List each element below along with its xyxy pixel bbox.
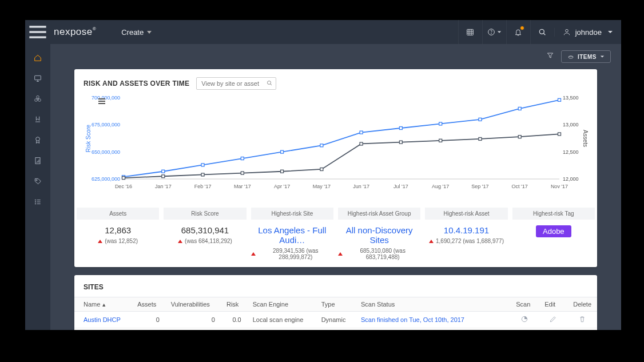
top-bar: nexpose® Create johndoe <box>25 20 621 44</box>
items-dropdown[interactable]: ITEMS <box>561 50 611 63</box>
help-icon[interactable] <box>482 20 506 44</box>
svg-rect-64 <box>281 150 284 153</box>
svg-rect-68 <box>439 122 442 125</box>
svg-point-20 <box>36 137 40 141</box>
stat-group-label: Highest-risk Asset Group <box>338 208 420 220</box>
svg-text:625,000,000: 625,000,000 <box>92 176 120 182</box>
risk-assets-chart: 625,000,000650,000,000675,000,000700,000… <box>84 94 588 192</box>
svg-rect-82 <box>518 136 521 138</box>
svg-point-10 <box>540 29 544 34</box>
col-assets[interactable]: Assets <box>132 297 165 312</box>
chart-filter-input[interactable] <box>196 77 276 90</box>
cell-risk: 0.0 <box>221 312 247 328</box>
notification-icon[interactable] <box>506 20 530 44</box>
sites-table: Name▲ Assets Vulnerabilities Risk Scan E… <box>74 297 597 330</box>
up-icon <box>98 240 102 243</box>
col-name[interactable]: Name▲ <box>74 297 132 312</box>
col-engine[interactable]: Scan Engine <box>247 297 316 312</box>
svg-text:Assets: Assets <box>582 130 588 147</box>
up-icon <box>178 240 182 243</box>
sidebar-list-icon[interactable] <box>25 192 50 212</box>
stat-asset-link[interactable]: 10.4.19.191 <box>425 225 507 235</box>
stat-group-link[interactable]: All non-Discovery Sites <box>338 225 420 245</box>
col-risk[interactable]: Risk <box>221 297 247 312</box>
svg-text:650,000,000: 650,000,000 <box>92 149 120 155</box>
svg-text:Dec '16: Dec '16 <box>115 184 132 189</box>
sidebar-tag-icon[interactable] <box>25 171 50 192</box>
up-icon <box>251 252 256 256</box>
stats-row: Assets 12,863 (was 12,852) Risk Score 68… <box>74 203 597 267</box>
sidebar-home-icon[interactable] <box>25 47 50 68</box>
sidebar-report-icon[interactable] <box>25 150 50 171</box>
svg-rect-65 <box>320 144 323 147</box>
svg-point-9 <box>491 33 492 34</box>
svg-rect-76 <box>281 170 284 173</box>
create-button[interactable]: Create <box>111 20 162 44</box>
risk-card-title: RISK AND ASSETS OVER TIME <box>84 79 189 87</box>
svg-point-32 <box>268 81 271 85</box>
svg-rect-83 <box>558 133 561 136</box>
svg-text:Risk Score: Risk Score <box>85 124 92 152</box>
svg-rect-66 <box>360 131 363 134</box>
filter-icon[interactable] <box>546 51 554 62</box>
cell-status-link[interactable]: Scheduled scan finished on Fri, Nov 3rd,… <box>355 328 510 331</box>
risk-assets-card: RISK AND ASSETS OVER TIME 625,000,000650… <box>74 69 597 267</box>
edit-icon[interactable] <box>549 315 557 323</box>
svg-rect-75 <box>241 172 244 174</box>
stat-assets-value: 12,863 <box>77 225 159 235</box>
stat-risk-value: 685,310,941 <box>164 225 246 235</box>
svg-text:Nov '17: Nov '17 <box>551 184 568 189</box>
table-row: Austin DHCP000.0Local scan engineDynamic… <box>74 312 597 328</box>
cell-engine: Local scan engine <box>247 312 316 328</box>
svg-text:12,000: 12,000 <box>563 176 579 182</box>
username: johndoe <box>575 28 602 37</box>
stat-assets-label: Assets <box>77 208 159 220</box>
sidebar-biohazard-icon[interactable] <box>25 89 50 109</box>
svg-rect-78 <box>360 142 363 145</box>
sidebar-badge-icon[interactable] <box>25 130 50 150</box>
sidebar-policy-icon[interactable] <box>25 109 50 130</box>
delete-icon[interactable] <box>578 315 586 323</box>
svg-point-30 <box>35 204 35 204</box>
cell-status-link[interactable]: Scan finished on Tue, Oct 10th, 2017 <box>355 312 510 328</box>
svg-point-18 <box>35 99 38 102</box>
col-vulns[interactable]: Vulnerabilities <box>165 297 221 312</box>
col-type[interactable]: Type <box>316 297 355 312</box>
user-menu[interactable]: johndoe <box>554 28 621 37</box>
svg-point-19 <box>38 99 41 102</box>
svg-rect-80 <box>439 139 442 142</box>
svg-line-33 <box>271 84 272 85</box>
svg-text:12,500: 12,500 <box>563 149 579 155</box>
site-name-link[interactable]: Austin DHCP <box>74 312 132 328</box>
stat-risk-label: Risk Score <box>164 208 246 220</box>
svg-rect-63 <box>241 157 244 160</box>
search-icon[interactable] <box>530 20 554 44</box>
svg-rect-62 <box>201 164 204 166</box>
sites-card: SITES Name▲ Assets Vulnerabilities Risk … <box>74 275 597 330</box>
menu-button[interactable] <box>25 20 50 44</box>
cell-assets: 2 <box>132 328 165 331</box>
svg-rect-73 <box>162 175 165 178</box>
col-scan: Scan <box>510 297 539 312</box>
search-icon[interactable] <box>266 79 273 86</box>
stat-tag-pill[interactable]: Adobe <box>536 225 571 237</box>
site-name-link[interactable]: AWS <box>74 328 132 331</box>
svg-text:Oct '17: Oct '17 <box>512 184 528 189</box>
svg-rect-71 <box>558 98 561 101</box>
svg-rect-61 <box>162 170 165 173</box>
svg-rect-69 <box>479 118 482 121</box>
svg-point-28 <box>35 201 35 202</box>
svg-text:Feb '17: Feb '17 <box>194 184 212 189</box>
svg-text:700,000,000: 700,000,000 <box>92 95 120 101</box>
cell-vulns: 0 <box>165 312 221 328</box>
scan-icon[interactable] <box>520 315 528 323</box>
svg-rect-81 <box>479 137 482 140</box>
cell-type: Dynamic <box>316 312 355 328</box>
stat-asset-label: Highest-risk Asset <box>425 208 507 220</box>
col-status[interactable]: Scan Status <box>355 297 510 312</box>
stat-site-link[interactable]: Los Angeles - Full Audi… <box>251 225 333 245</box>
calendar-icon[interactable] <box>458 20 482 44</box>
svg-text:Jun '17: Jun '17 <box>353 184 369 189</box>
svg-rect-70 <box>518 107 521 110</box>
sidebar-monitor-icon[interactable] <box>25 68 50 89</box>
